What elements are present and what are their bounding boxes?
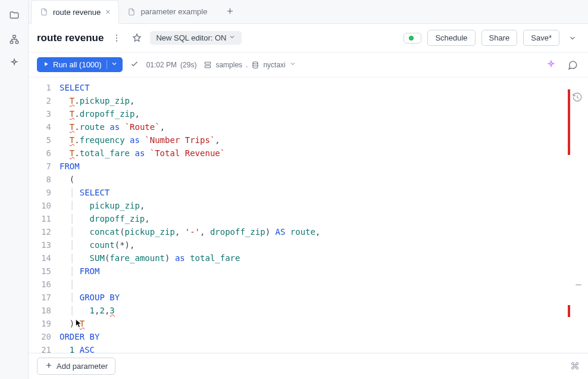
share-button[interactable]: Share (481, 30, 518, 46)
code-line[interactable]: │ dropoff_zip, (60, 212, 588, 225)
chevron-down-icon (229, 33, 236, 42)
svg-rect-6 (205, 62, 211, 64)
history-icon[interactable] (572, 92, 583, 102)
svg-point-8 (253, 61, 258, 64)
check-icon (130, 59, 139, 70)
svg-point-5 (116, 40, 117, 41)
run-label: Run all (1000) (53, 60, 102, 69)
ai-sparkle-icon[interactable] (8, 57, 20, 69)
code-line[interactable]: │ SUM(fare_amount) as total_fare (60, 251, 588, 265)
add-tab-button[interactable]: + (220, 2, 239, 21)
page-title: route revenue (37, 32, 104, 44)
runbar: Run all (1000) 01:02 PM (29s) samples . … (29, 52, 588, 77)
svg-rect-7 (205, 66, 211, 68)
status-dot-icon (409, 36, 414, 41)
code-line[interactable]: │ 1,2,3 (60, 304, 588, 317)
last-run-info: 01:02 PM (29s) (146, 61, 197, 69)
code-editor[interactable]: 123456789101112131415161718192021 SELECT… (29, 77, 588, 353)
more-actions-chevron-icon[interactable] (565, 31, 580, 45)
error-marker (568, 89, 570, 155)
code-line[interactable]: ) T (60, 317, 588, 330)
plus-icon (45, 361, 53, 371)
last-run-time: 01:02 PM (146, 61, 177, 69)
code-line[interactable]: 1 ASC (60, 343, 588, 353)
connection-status[interactable] (404, 33, 421, 44)
more-menu-icon[interactable] (110, 31, 124, 45)
code-line[interactable]: T.dropoff_zip, (60, 107, 588, 120)
assistant-sparkle-icon[interactable] (544, 58, 558, 72)
code-line[interactable]: T.pickup_zip, (60, 94, 588, 107)
schedule-button[interactable]: Schedule (427, 30, 475, 46)
svg-rect-0 (12, 35, 15, 38)
schema-icon[interactable] (8, 33, 20, 45)
code-line[interactable]: │ SELECT (60, 186, 588, 199)
tab-parameter-example[interactable]: parameter example (119, 0, 215, 24)
svg-rect-1 (10, 41, 13, 44)
last-run-duration: (29s) (180, 61, 196, 69)
error-marker (568, 305, 570, 317)
left-rail (0, 0, 29, 379)
code-line[interactable]: T.frequency as `Number Trips`, (60, 133, 588, 147)
comment-icon[interactable] (565, 58, 580, 72)
folder-icon[interactable] (8, 10, 20, 21)
keyboard-shortcut-icon[interactable]: ⌘ (570, 361, 580, 372)
bottombar: Add parameter ⌘ (29, 353, 588, 379)
toolbar: route revenue New SQL editor: ON Schedul… (29, 24, 588, 52)
sql-file-icon (127, 8, 136, 16)
database-icon (251, 61, 259, 69)
tab-label: parameter example (140, 7, 207, 16)
code-line[interactable]: │ pickup_zip, (60, 199, 588, 212)
chevron-down-icon (289, 60, 296, 69)
code-line[interactable]: │ count(*), (60, 238, 588, 251)
code-line[interactable]: │ concat(pickup_zip, '-', dropoff_zip) A… (60, 225, 588, 238)
code-line[interactable]: │ GROUP BY (60, 291, 588, 304)
tab-label: route revenue (53, 8, 101, 17)
schema-name: nyctaxi (263, 61, 285, 69)
code-line[interactable]: FROM (60, 160, 588, 173)
main-panel: route revenue × parameter example + rout… (29, 0, 588, 379)
star-icon[interactable] (130, 31, 144, 45)
catalog-selector[interactable]: samples . nyctaxi (204, 60, 296, 69)
add-parameter-label: Add parameter (57, 362, 108, 371)
svg-rect-2 (15, 41, 18, 44)
editor-toggle[interactable]: New SQL editor: ON (150, 31, 242, 45)
line-gutter: 123456789101112131415161718192021 (29, 77, 56, 353)
svg-point-3 (116, 35, 117, 36)
catalog-name: samples (215, 61, 242, 69)
tabbar: route revenue × parameter example + (29, 0, 588, 24)
code-area[interactable]: SELECT T.pickup_zip, T.dropoff_zip, T.ro… (56, 77, 588, 353)
code-line[interactable]: T.total_fare as `Total Revenue` (60, 147, 588, 160)
catalog-icon (204, 61, 212, 69)
save-button[interactable]: Save* (523, 30, 559, 46)
sql-file-icon (40, 8, 48, 16)
code-line[interactable]: ORDER BY (60, 330, 588, 343)
code-line[interactable]: │ FROM (60, 265, 588, 278)
code-line[interactable]: SELECT (60, 81, 588, 94)
tab-route-revenue[interactable]: route revenue × (31, 0, 119, 24)
code-line[interactable]: T.route as `Route`, (60, 120, 588, 133)
play-icon (43, 60, 49, 69)
close-icon[interactable]: × (105, 7, 110, 17)
minus-icon[interactable] (574, 280, 584, 291)
code-line[interactable]: ( (60, 173, 588, 186)
chevron-down-icon[interactable] (107, 60, 118, 69)
svg-point-4 (116, 37, 117, 38)
run-all-button[interactable]: Run all (1000) (37, 57, 123, 72)
editor-toggle-label: New SQL editor: ON (156, 33, 226, 42)
code-line[interactable]: │ (60, 278, 588, 291)
add-parameter-button[interactable]: Add parameter (37, 358, 115, 375)
